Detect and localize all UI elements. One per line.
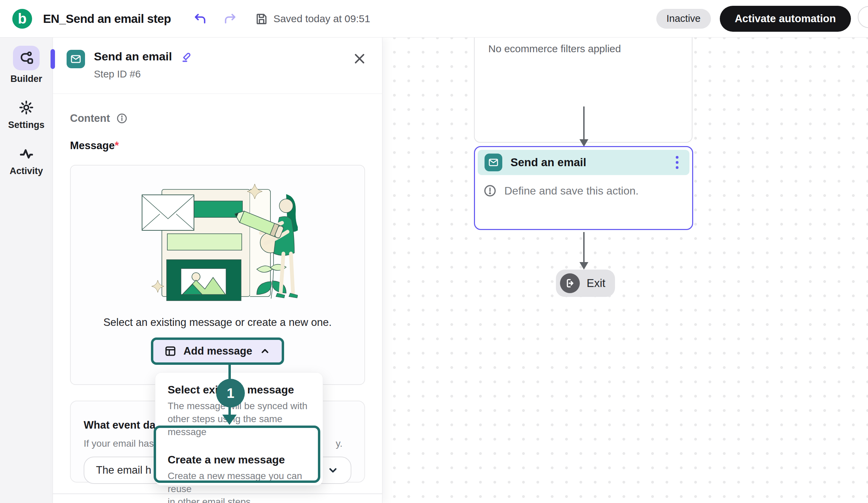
sidebar-label-activity: Activity xyxy=(10,166,43,176)
activate-automation-button[interactable]: Activate automation xyxy=(720,6,851,32)
warning-circle-icon xyxy=(483,184,497,198)
activity-pulse-icon xyxy=(18,145,34,162)
node-options-kebab[interactable] xyxy=(674,154,681,171)
exit-node-label: Exit xyxy=(587,277,606,290)
message-field-label: Message* xyxy=(70,139,365,152)
builder-flow-icon xyxy=(19,50,34,66)
option2-title: Create a new message xyxy=(168,453,310,466)
event-desc-left: If your email has e xyxy=(84,438,162,449)
send-email-node-hint: Define and save this action. xyxy=(504,185,639,197)
add-message-annotation-outline: Add message xyxy=(151,337,284,365)
event-select-value: The email h xyxy=(96,464,151,476)
workspace: Builder Settings Activity xyxy=(0,38,868,503)
automation-title: EN_Send an email step xyxy=(43,12,171,25)
sidebar-label-builder: Builder xyxy=(10,74,42,84)
filter-node-text: No ecommerce filters applied xyxy=(488,43,621,54)
settings-tile xyxy=(13,98,40,116)
add-message-button[interactable]: Add message xyxy=(153,340,282,363)
email-step-icon-tile xyxy=(66,50,85,68)
sidebar-item-settings[interactable]: Settings xyxy=(8,98,45,130)
redo-button[interactable] xyxy=(223,12,237,26)
info-icon[interactable] xyxy=(116,113,128,124)
workflow-canvas: No ecommerce filters applied Send an ema… xyxy=(382,38,868,503)
chevron-down-icon xyxy=(327,464,339,476)
close-panel-button[interactable] xyxy=(353,52,366,65)
send-email-node-title: Send an email xyxy=(510,156,586,169)
exit-node[interactable]: Exit xyxy=(556,270,615,297)
envelope-icon xyxy=(70,53,82,65)
send-email-node-body: Define and save this action. xyxy=(478,175,690,207)
event-desc-right: y. xyxy=(335,438,342,449)
chevron-up-icon xyxy=(259,345,271,357)
exit-icon-circle xyxy=(560,273,580,293)
activity-tile xyxy=(13,145,40,163)
annotation-arrow-head xyxy=(222,415,237,425)
save-status-text: Saved today at 09:51 xyxy=(273,13,371,24)
message-empty-state-card: Select an existing message or create a n… xyxy=(70,165,365,385)
required-asterisk: * xyxy=(115,139,119,151)
exit-logout-icon xyxy=(564,277,576,289)
builder-active-tile xyxy=(13,46,40,70)
save-icon xyxy=(255,12,268,25)
envelope-icon xyxy=(488,157,499,168)
option2-description: Create a new message you can reuse in ot… xyxy=(168,470,310,503)
redo-icon xyxy=(223,12,237,25)
template-icon xyxy=(164,345,177,357)
undo-button[interactable] xyxy=(193,12,207,26)
sidebar-item-builder[interactable]: Builder xyxy=(10,46,42,84)
brevo-logo-letter: b xyxy=(18,11,27,27)
save-status: Saved today at 09:51 xyxy=(255,12,371,25)
history-controls xyxy=(193,12,237,26)
option1-description: The message will be synced with other st… xyxy=(168,400,310,439)
undo-icon xyxy=(193,12,207,25)
edit-pencil-icon[interactable] xyxy=(179,51,192,63)
empty-state-illustration xyxy=(137,180,298,302)
close-icon xyxy=(353,52,366,65)
sidebar-label-settings: Settings xyxy=(8,120,45,130)
send-email-node-header: Send an email xyxy=(478,150,690,175)
step-id-text: Step ID #6 xyxy=(94,69,192,80)
panel-header: Send an email Step ID #6 xyxy=(53,38,382,94)
help-button-sliver[interactable] xyxy=(858,6,868,28)
step-config-panel: Send an email Step ID #6 Co xyxy=(53,38,382,503)
status-badge: Inactive xyxy=(656,9,711,29)
email-node-icon-tile xyxy=(485,154,502,171)
top-bar: b EN_Send an email step Saved today at 0… xyxy=(0,0,868,38)
empty-state-text: Select an existing message or create a n… xyxy=(103,316,332,329)
brevo-logo[interactable]: b xyxy=(12,9,32,29)
content-section-heading: Content xyxy=(70,112,110,125)
left-sidebar: Builder Settings Activity xyxy=(0,38,53,503)
automation-builder-app: b EN_Send an email step Saved today at 0… xyxy=(0,0,868,503)
menu-option-create-new[interactable]: Create a new message Create a new messag… xyxy=(155,453,323,503)
panel-step-title: Send an email xyxy=(94,50,172,63)
gear-icon xyxy=(19,99,34,115)
annotation-step-marker: 1 xyxy=(216,379,245,407)
sidebar-item-activity[interactable]: Activity xyxy=(10,145,43,176)
send-email-node[interactable]: Send an email Define and save this actio… xyxy=(474,146,693,230)
